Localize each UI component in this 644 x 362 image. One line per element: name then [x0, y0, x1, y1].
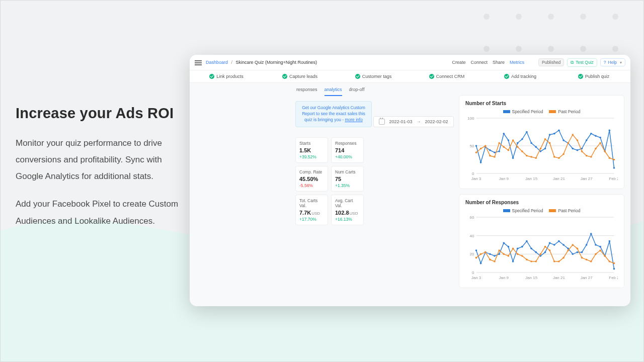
svg-text:Jan 3: Jan 3 [471, 276, 481, 280]
svg-text:Jan 27: Jan 27 [581, 276, 593, 280]
svg-point-109 [572, 253, 574, 255]
breadcrumb-sep: / [231, 60, 233, 65]
checklist-row: Link products Capture leads Customer tag… [190, 70, 630, 83]
svg-point-112 [586, 244, 588, 246]
check-add-tracking[interactable]: Add tracking [484, 74, 557, 79]
svg-point-124 [498, 249, 500, 251]
check-link-products[interactable]: Link products [190, 74, 263, 79]
svg-text:Jan 21: Jan 21 [553, 176, 566, 181]
svg-point-142 [581, 257, 583, 259]
subtabs: responses analytics drop-off [295, 83, 516, 96]
ga-hint: Get our Google Analytics Custom Report t… [295, 101, 372, 127]
svg-point-66 [581, 150, 583, 152]
chart-legend: Specified PeriodPast Period [465, 208, 618, 213]
svg-point-63 [567, 142, 569, 144]
svg-point-126 [508, 255, 510, 257]
test-quiz-button[interactable]: ⧉ Test Quiz [567, 58, 597, 67]
svg-point-129 [521, 255, 523, 257]
svg-point-146 [599, 249, 601, 251]
date-range-input[interactable]: 2022-01-03 → 2022-02-02 [373, 116, 454, 127]
svg-point-145 [595, 253, 597, 255]
svg-point-21 [517, 142, 519, 144]
nav-share[interactable]: Share [493, 60, 505, 65]
chart-svg: 050100Jan 3Jan 9Jan 15Jan 21Jan 27Feb 2 [465, 116, 618, 182]
nav-connect[interactable]: Connect [470, 60, 488, 65]
ga-hint-link[interactable]: more info [345, 117, 362, 122]
svg-point-54 [526, 155, 528, 157]
chart-legend: Specified PeriodPast Period [465, 109, 618, 114]
svg-point-24 [530, 142, 532, 144]
metric-num-carts[interactable]: Num Carts75+1.35% [331, 166, 364, 192]
metric-value: 714 [335, 147, 360, 153]
svg-text:40: 40 [470, 234, 474, 238]
check-capture-leads[interactable]: Capture leads [263, 74, 337, 79]
svg-point-115 [599, 246, 601, 248]
metric-value: 75 [335, 176, 360, 182]
svg-point-52 [517, 146, 519, 148]
svg-point-137 [558, 260, 560, 262]
metric-value: 45.50% [299, 176, 324, 182]
nav-metrics[interactable]: Metrics [510, 60, 524, 65]
check-icon [209, 74, 214, 79]
svg-point-46 [489, 155, 491, 157]
metric-value: 102.8USD [335, 210, 360, 216]
svg-text:0: 0 [472, 171, 474, 176]
check-connect-crm[interactable]: Connect CRM [410, 74, 484, 79]
check-customer-tags[interactable]: Customer tags [337, 74, 410, 79]
metric-label: Tot. Carts Val. [299, 198, 324, 208]
metric-responses[interactable]: Responses714+40.00% [331, 137, 364, 163]
chart-title: Number of Starts [465, 101, 618, 106]
svg-text:Jan 15: Jan 15 [525, 176, 538, 181]
legend-swatch-blue [503, 110, 510, 113]
svg-point-98 [521, 246, 523, 248]
check-icon [429, 74, 434, 79]
svg-point-23 [526, 131, 528, 133]
svg-text:Jan 21: Jan 21 [553, 276, 566, 280]
subtab-dropoff[interactable]: drop-off [349, 87, 365, 96]
headline: Increase your Ads ROI [16, 105, 182, 122]
metric-label: Avg. Cart Val. [335, 198, 360, 208]
check-publish-quiz[interactable]: Publish quiz [557, 74, 630, 79]
metric-tot-carts-val[interactable]: Tot. Carts Val.7.7KUSD+17.70% [295, 195, 328, 225]
date-arrow-icon: → [417, 119, 421, 124]
metric-delta: -5.56% [299, 183, 324, 188]
svg-point-97 [517, 248, 519, 250]
svg-point-103 [544, 251, 546, 253]
svg-point-65 [577, 139, 579, 141]
metric-comp-rate[interactable]: Comp. Rate45.50%-5.56% [295, 166, 328, 192]
metric-starts[interactable]: Starts1.5K+39.52% [295, 137, 328, 163]
svg-point-139 [567, 249, 569, 251]
svg-point-27 [544, 148, 546, 150]
metric-avg-cart-val[interactable]: Avg. Cart Val.102.8USD+16.13% [331, 195, 364, 225]
svg-text:Jan 9: Jan 9 [499, 276, 509, 280]
subtab-analytics[interactable]: analytics [325, 87, 342, 96]
svg-point-118 [613, 268, 615, 270]
external-icon: ⧉ [571, 60, 574, 65]
svg-point-135 [549, 249, 551, 251]
svg-point-89 [480, 262, 482, 264]
svg-point-111 [581, 251, 583, 253]
metric-delta: +17.70% [299, 217, 324, 222]
metric-label: Responses [335, 141, 360, 146]
svg-text:Jan 3: Jan 3 [471, 176, 481, 181]
svg-point-12 [475, 145, 477, 147]
svg-point-19 [508, 139, 510, 141]
svg-point-113 [590, 233, 592, 235]
svg-point-29 [553, 133, 555, 135]
svg-point-138 [562, 257, 565, 259]
check-icon [355, 74, 360, 79]
help-button[interactable]: ? Help [600, 58, 625, 66]
svg-point-93 [498, 253, 500, 255]
svg-point-44 [480, 148, 482, 150]
svg-point-42 [613, 167, 615, 169]
menu-icon[interactable] [195, 59, 202, 65]
svg-point-105 [553, 244, 555, 246]
nav-create[interactable]: Create [452, 60, 465, 65]
subtab-responses[interactable]: responses [296, 87, 317, 96]
breadcrumb-root[interactable]: Dashboard [206, 60, 228, 65]
svg-point-133 [540, 253, 542, 255]
svg-text:Feb 2: Feb 2 [609, 276, 618, 280]
svg-point-67 [586, 155, 588, 157]
date-to: 2022-02-02 [425, 119, 448, 124]
svg-point-144 [590, 260, 592, 262]
